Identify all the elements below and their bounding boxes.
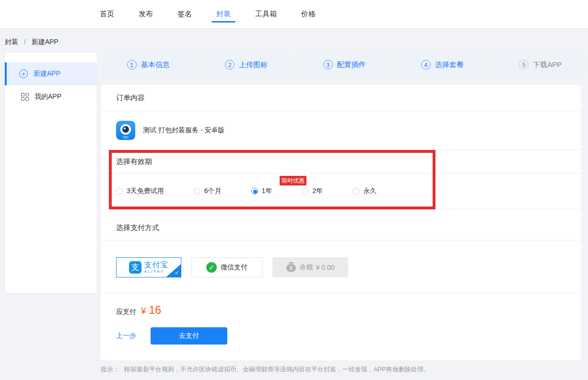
wechat-name: 微信支付: [221, 263, 247, 272]
step-label: 基本信息: [141, 60, 170, 69]
payment-card-wechat[interactable]: ✓ 微信支付: [191, 257, 263, 277]
nav-item-sign[interactable]: 签名: [177, 0, 192, 28]
step-number: 2: [225, 60, 235, 69]
step-download-app: 5 下载APP: [493, 54, 588, 76]
section-title: 选择有效期: [116, 157, 152, 166]
step-select-plan[interactable]: 4 选择套餐: [395, 54, 490, 76]
sidebar-item-new-app[interactable]: + 新建APP: [5, 62, 97, 85]
previous-step-link[interactable]: 上一步: [116, 332, 136, 340]
radio-icon[interactable]: [302, 188, 308, 195]
step-number: 3: [323, 60, 333, 69]
payable-amount: 16: [149, 304, 162, 317]
radio-2-years[interactable]: 2年: [302, 187, 323, 196]
plus-circle-icon: +: [19, 69, 28, 78]
payment-methods: 支 支付宝 ALIPAY ✓ ✓ 微信支付 ¥ 余额 ¥ 0.00: [101, 241, 581, 293]
order-content-header: 订单内容: [101, 85, 581, 111]
step-wizard: 1 基本信息 2 上传图标 3 配置插件 4 选择套餐 5 下载APP: [101, 54, 588, 76]
tip-text: 根据最新平台规则，不允许区块链虚拟币、金融理财类等违规内容在平台封装，一经发现，…: [124, 366, 430, 373]
step-label: 配置插件: [337, 60, 366, 69]
product-row: 测试 打包封装服务 - 安卓版: [101, 111, 581, 150]
payment-card-alipay[interactable]: 支 支付宝 ALIPAY ✓: [116, 257, 181, 277]
radio-label: 1年: [262, 187, 272, 196]
radio-icon[interactable]: [116, 188, 123, 195]
payable-label: 应支付: [116, 308, 136, 316]
breadcrumb-current: 新建APP: [32, 38, 59, 46]
step-number: 4: [421, 60, 431, 69]
radio-label: 3天免费试用: [127, 187, 164, 196]
tip-label: 提示：: [101, 366, 119, 373]
validity-header: 选择有效期: [101, 150, 581, 173]
payable-row: 应支付 ¥ 16: [116, 304, 565, 317]
money-bag-icon: ¥: [286, 264, 296, 272]
payment-header: 选择支付方式: [101, 209, 581, 241]
nav-item-price[interactable]: 价格: [301, 0, 316, 28]
order-panel: 订单内容 测试 打包封装服务 - 安卓版 选择有效期 3天免费试用 6个月 1年…: [101, 85, 581, 360]
step-number: 5: [519, 60, 529, 69]
limited-time-offer-badge: 限时优惠: [280, 176, 306, 185]
radio-3day-trial[interactable]: 3天免费试用: [116, 187, 164, 196]
balance-name: 余额: [300, 263, 313, 272]
action-row: 上一步 去支付: [116, 327, 565, 345]
section-title: 选择支付方式: [116, 223, 159, 232]
nav-item-publish[interactable]: 发布: [139, 0, 153, 28]
sidebar: + 新建APP 我的APP: [5, 53, 97, 293]
nav-items: 首页 发布 签名 封装 工具箱 价格: [100, 0, 316, 28]
checkout-section: 应支付 ¥ 16 上一步 去支付: [101, 293, 581, 360]
step-configure-plugins[interactable]: 3 配置插件: [297, 54, 392, 76]
radio-1-year[interactable]: 1年: [251, 187, 272, 196]
product-name: 测试 打包封装服务 - 安卓版: [143, 126, 224, 135]
radio-label: 6个月: [204, 187, 222, 196]
step-label: 上传图标: [239, 60, 268, 69]
radio-icon-selected[interactable]: [251, 188, 258, 195]
footer-tip: 提示： 根据最新平台规则，不允许区块链虚拟币、金融理财类等违规内容在平台封装，一…: [101, 365, 430, 374]
sidebar-item-my-apps[interactable]: 我的APP: [5, 85, 97, 108]
sidebar-item-label: 新建APP: [34, 69, 60, 78]
sidebar-item-label: 我的APP: [35, 92, 61, 101]
radio-label: 永久: [363, 187, 376, 196]
radio-6-months[interactable]: 6个月: [194, 187, 222, 196]
alipay-name: 支付宝: [144, 261, 169, 269]
breadcrumb-separator: /: [24, 38, 26, 46]
nav-item-home[interactable]: 首页: [100, 0, 114, 28]
app-logo-icon: [116, 121, 135, 140]
validity-options: 3天免费试用 6个月 1年 2年 永久: [101, 173, 581, 209]
radio-icon[interactable]: [194, 188, 200, 195]
step-label: 选择套餐: [435, 60, 464, 69]
section-title: 订单内容: [116, 93, 145, 103]
alipay-subtitle: ALIPAY: [144, 270, 169, 274]
nav-item-toolbox[interactable]: 工具箱: [255, 0, 277, 28]
top-nav: 首页 发布 签名 封装 工具箱 价格: [0, 0, 588, 29]
breadcrumb-section[interactable]: 封装: [5, 38, 18, 46]
step-label: 下载APP: [533, 60, 562, 69]
radio-label: 2年: [312, 187, 323, 196]
step-upload-icon[interactable]: 2 上传图标: [199, 54, 294, 76]
radio-icon[interactable]: [353, 188, 359, 195]
grid-icon: [21, 93, 29, 101]
radio-forever[interactable]: 永久: [353, 187, 376, 196]
payment-card-balance: ¥ 余额 ¥ 0.00: [272, 257, 348, 277]
balance-amount: ¥ 0.00: [316, 264, 335, 271]
alipay-logo-icon: 支: [129, 261, 141, 274]
nav-item-package[interactable]: 封装: [216, 0, 231, 28]
breadcrumb: 封装 / 新建APP: [5, 38, 59, 46]
wechat-pay-icon: ✓: [206, 262, 217, 273]
currency-symbol: ¥: [141, 306, 146, 316]
app-logo-lens: [120, 124, 131, 135]
step-basic-info[interactable]: 1 基本信息: [101, 54, 196, 76]
go-pay-button[interactable]: 去支付: [151, 327, 227, 345]
step-number: 1: [127, 60, 137, 69]
